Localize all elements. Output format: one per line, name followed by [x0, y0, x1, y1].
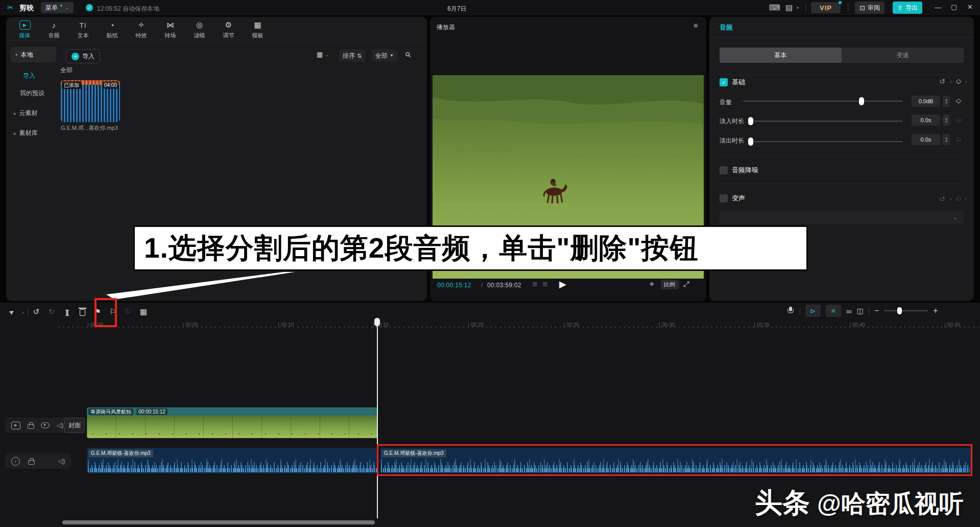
- split-clip-icon[interactable]: ][: [60, 305, 74, 319]
- undo-icon[interactable]: ↺: [29, 305, 43, 319]
- cursor-caret-icon[interactable]: ⌄: [19, 305, 27, 319]
- lock-icon[interactable]: [28, 458, 34, 465]
- record-voiceover-icon[interactable]: [786, 307, 795, 315]
- sidebar-item-import[interactable]: 导入: [23, 72, 35, 80]
- sidebar-item-library[interactable]: ▸ 素材库: [14, 129, 38, 138]
- layout-caret-icon[interactable]: ▾: [797, 6, 799, 10]
- volume-slider[interactable]: [743, 101, 902, 102]
- fade-in-stepper[interactable]: ▴ ▾: [943, 114, 950, 126]
- fade-out-slider-thumb[interactable]: [748, 138, 753, 146]
- visibility-icon[interactable]: [41, 422, 50, 428]
- minimize-button[interactable]: —: [935, 4, 941, 11]
- hamburger-menu-icon[interactable]: ≡: [694, 22, 698, 29]
- tab-adjust[interactable]: ⚙ 调节: [214, 17, 243, 40]
- audio-clip-1[interactable]: G.E.M.邓紫棋-喜欢你.mp3: [87, 448, 378, 473]
- ruler-label: 00:10: [278, 323, 294, 328]
- timeline-ruler[interactable]: 00:00 00:05 00:10 00:15 00:20 00:25 00:3…: [59, 321, 980, 331]
- volume-keyframe-icon[interactable]: ◇: [956, 97, 961, 104]
- keyframe-next-icon[interactable]: ›: [965, 195, 967, 202]
- smart-marker-icon[interactable]: ⚑: [90, 305, 105, 319]
- horizontal-scrollbar[interactable]: [62, 520, 375, 524]
- volume-stepper[interactable]: ▴ ▾: [943, 96, 950, 107]
- tab-text[interactable]: TI 文本: [68, 17, 98, 40]
- tab-speed[interactable]: 变速: [842, 48, 964, 63]
- close-button[interactable]: ✕: [967, 4, 973, 10]
- inspector-tabbar: 基本 变速: [720, 48, 964, 63]
- zoom-out-icon[interactable]: −: [874, 307, 879, 315]
- link-clips-icon[interactable]: ∞: [846, 307, 852, 315]
- fade-out-keyframe-icon[interactable]: ◇: [956, 135, 961, 143]
- fade-in-slider-thumb[interactable]: [748, 117, 753, 125]
- select-cursor-icon[interactable]: ➤: [2, 302, 21, 322]
- volume-slider-thumb[interactable]: [859, 97, 864, 105]
- lock-icon[interactable]: [28, 422, 34, 429]
- preview-zoom-icon[interactable]: ⌖: [650, 280, 654, 288]
- remove-marker-icon[interactable]: ⚐: [121, 305, 135, 319]
- tab-template[interactable]: ▦ 模板: [243, 17, 272, 40]
- preview-axis-toggle-icon[interactable]: ✳: [826, 305, 841, 317]
- filter-button[interactable]: 全部 ▼: [372, 50, 397, 62]
- aspect-ratio-button[interactable]: 比例: [661, 280, 678, 289]
- zoom-in-icon[interactable]: +: [933, 307, 938, 315]
- speaker-icon[interactable]: ◁): [57, 422, 63, 429]
- redo-icon[interactable]: ↻: [44, 305, 59, 319]
- media-item-thumbnail[interactable]: 已添加 04:00: [61, 80, 120, 122]
- reset-icon[interactable]: ↺: [939, 78, 945, 85]
- main-track-split-icon[interactable]: ◫: [857, 307, 864, 314]
- keyframe-diamond-icon[interactable]: ◇: [956, 194, 961, 202]
- fade-out-slider[interactable]: [748, 141, 902, 142]
- keyframe-next-icon[interactable]: ›: [965, 78, 967, 85]
- timeline-zoom-slider[interactable]: [884, 310, 928, 311]
- zoom-slider-thumb[interactable]: [897, 307, 902, 314]
- fade-in-value[interactable]: 0.0s: [912, 114, 940, 126]
- music-note-icon: ♪: [52, 20, 56, 30]
- sidebar-item-presets[interactable]: 我的预设: [20, 89, 44, 98]
- keyframe-prev-icon[interactable]: ‹: [950, 78, 952, 85]
- volume-value[interactable]: 0.0dB: [912, 96, 940, 107]
- freeze-frame-icon[interactable]: ▦: [136, 305, 151, 319]
- fade-out-stepper[interactable]: ▴ ▾: [943, 134, 950, 145]
- basic-checkbox[interactable]: ✓: [720, 78, 728, 86]
- tab-sticker[interactable]: ◔ 贴纸: [98, 17, 127, 40]
- sort-button-label: 排序: [343, 52, 355, 60]
- cover-button[interactable]: 封面: [64, 418, 85, 433]
- playhead-line[interactable]: [377, 322, 378, 518]
- maximize-button[interactable]: ▢: [951, 4, 957, 10]
- tab-media[interactable]: ▶ 媒体: [10, 17, 39, 40]
- tab-basic[interactable]: 基本: [720, 48, 842, 63]
- audio-clip-2[interactable]: G.E.M.邓紫棋-喜欢你.mp3: [380, 448, 971, 473]
- delete-clip-icon[interactable]: [75, 305, 89, 319]
- reset-icon[interactable]: ↺: [939, 195, 945, 203]
- fade-in-keyframe-icon[interactable]: ◇: [956, 116, 961, 123]
- layout-icon[interactable]: ▤: [785, 4, 793, 11]
- sidebar-item-local[interactable]: ▾ 本地: [10, 47, 56, 62]
- keyframe-diamond-icon[interactable]: ◇: [956, 77, 961, 85]
- export-button[interactable]: ⇧ 导出: [893, 2, 922, 14]
- view-mode-selector[interactable]: ▦ ⌄: [317, 51, 329, 58]
- keyframe-prev-icon[interactable]: ‹: [950, 195, 952, 202]
- fade-in-slider[interactable]: [748, 121, 902, 122]
- denoise-checkbox[interactable]: [720, 166, 728, 174]
- vip-badge[interactable]: VIP: [811, 2, 841, 13]
- search-icon[interactable]: ⚲: [404, 50, 413, 59]
- snap-toggle-icon[interactable]: ⊳: [805, 305, 821, 317]
- keyboard-shortcuts-icon[interactable]: ⌨: [769, 4, 780, 11]
- caret-closed-icon: ▸: [14, 111, 16, 116]
- sort-button[interactable]: 排序 ⇅: [339, 50, 365, 62]
- tab-audio[interactable]: ♪ 音频: [39, 17, 68, 40]
- voice-change-dropdown[interactable]: ⌄: [720, 211, 964, 224]
- play-button[interactable]: ▶: [559, 279, 566, 290]
- import-media-button[interactable]: + 导入: [66, 49, 100, 63]
- review-button[interactable]: ⊡ 审阅: [855, 2, 885, 14]
- tab-effects[interactable]: ✧ 特效: [127, 17, 156, 40]
- video-clip[interactable]: 草原骑马风景航拍 00:00:15:12: [87, 407, 378, 438]
- voice-change-checkbox[interactable]: [720, 194, 728, 202]
- tab-transition[interactable]: ⋈ 转场: [156, 17, 185, 40]
- sidebar-item-cloud[interactable]: ▸ 云素材: [14, 109, 38, 118]
- speaker-icon[interactable]: ◁): [58, 457, 65, 465]
- tab-filter[interactable]: ◎ 滤镜: [185, 17, 214, 40]
- menu-button[interactable]: 菜单 ⌄: [41, 2, 74, 13]
- fullscreen-icon[interactable]: ⤢: [683, 280, 689, 288]
- fade-out-value[interactable]: 0.0s: [912, 134, 940, 145]
- add-marker-icon[interactable]: ⚐: [106, 305, 120, 319]
